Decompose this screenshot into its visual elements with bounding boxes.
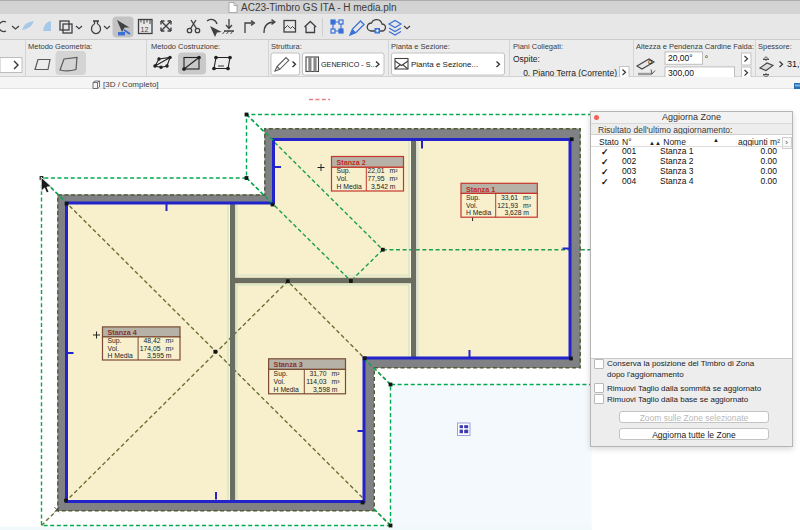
svg-text:33,61: 33,61	[501, 194, 518, 201]
svg-text:174,05: 174,05	[140, 345, 161, 352]
svg-text:Stanza 1: Stanza 1	[466, 185, 495, 194]
svg-text:Vol.: Vol.	[337, 175, 348, 182]
svg-text:31,70: 31,70	[309, 370, 326, 377]
svg-text:3,595 m: 3,595 m	[147, 352, 172, 359]
svg-text:Stanza 4: Stanza 4	[108, 328, 137, 337]
svg-text:3,542 m: 3,542 m	[371, 183, 396, 190]
svg-text:m³: m³	[390, 175, 399, 182]
svg-text:GENERICO - S...: GENERICO - S...	[321, 60, 377, 69]
svg-text:48,42: 48,42	[143, 337, 160, 344]
svg-text:3,598 m: 3,598 m	[313, 386, 338, 393]
svg-text:H Media: H Media	[466, 209, 492, 216]
svg-text:α: α	[648, 57, 653, 66]
svg-text:Stanza 2: Stanza 2	[337, 158, 366, 167]
svg-text:Vol.: Vol.	[466, 202, 477, 209]
svg-text:m³: m³	[332, 378, 341, 385]
svg-text:H Media: H Media	[108, 352, 134, 359]
svg-text:Sup.: Sup.	[466, 194, 480, 202]
svg-text:12: 12	[141, 26, 149, 33]
svg-text:m²: m²	[332, 370, 341, 377]
svg-text:Vol.: Vol.	[108, 345, 119, 352]
svg-text:Sup.: Sup.	[337, 167, 351, 175]
svg-text:m²: m²	[390, 167, 399, 174]
svg-text:°: °	[705, 53, 709, 64]
svg-text:Stanza 3: Stanza 3	[274, 360, 303, 369]
svg-text:m³: m³	[166, 345, 175, 352]
svg-text:H Media: H Media	[337, 183, 363, 190]
svg-text:0. Piano Terra (Corrente): 0. Piano Terra (Corrente)	[523, 68, 617, 78]
svg-text:m²: m²	[166, 337, 175, 344]
svg-text:121,93: 121,93	[497, 202, 518, 209]
svg-text:77,95: 77,95	[367, 175, 384, 182]
svg-text:20,00°: 20,00°	[668, 53, 693, 63]
svg-text:31,9: 31,9	[787, 59, 800, 69]
svg-text:114,03: 114,03	[306, 378, 327, 385]
svg-text:3,628 m: 3,628 m	[504, 209, 529, 216]
svg-text:300,00: 300,00	[668, 68, 694, 77]
svg-text:m²: m²	[523, 194, 532, 201]
svg-text:Sup.: Sup.	[274, 370, 288, 378]
svg-text:Ospite:: Ospite:	[513, 54, 540, 64]
svg-text:Vol.: Vol.	[274, 378, 285, 385]
svg-text:m³: m³	[523, 202, 532, 209]
svg-text:22,01: 22,01	[367, 167, 384, 174]
svg-text:Pianta e Sezione...: Pianta e Sezione...	[411, 60, 478, 69]
svg-text:H Media: H Media	[274, 386, 300, 393]
